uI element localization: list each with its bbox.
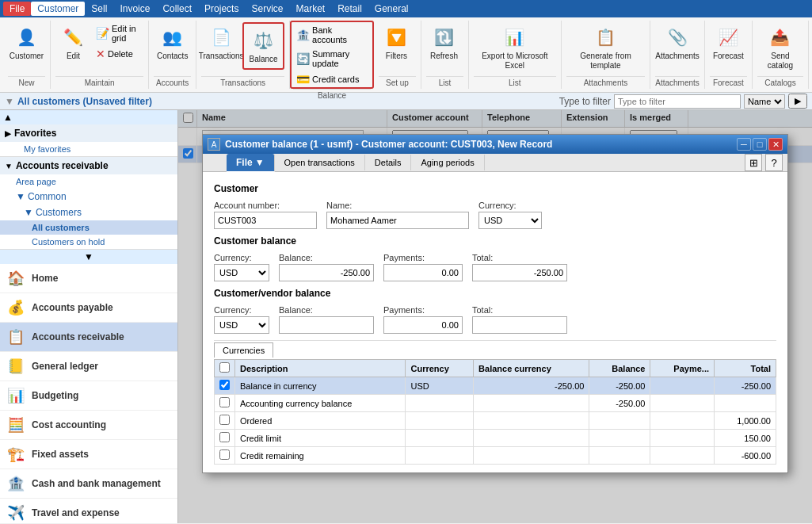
filter-input[interactable] <box>614 94 741 109</box>
sidebar-nav-travel-expense[interactable]: ✈️ Travel and expense <box>0 499 177 523</box>
modal-minimize-btn[interactable]: ─ <box>737 138 751 151</box>
ribbon-btn-contacts[interactable]: 👥 Contacts <box>154 22 191 63</box>
ribbon-btn-credit-cards[interactable]: 💳 Credit cards <box>293 71 371 87</box>
file-menu[interactable]: File <box>3 2 31 16</box>
row-balance-4 <box>589 447 650 465</box>
modal-tab-aging-periods[interactable]: Aging periods <box>411 155 484 170</box>
ribbon-btn-generate-template[interactable]: 📋 Generate from template <box>566 22 645 73</box>
modal-close-btn[interactable]: ✕ <box>768 138 783 151</box>
ribbon-btn-forecast[interactable]: 📈 Forecast <box>710 22 747 63</box>
ribbon-btn-send-catalog-label: Send catalog <box>761 52 800 71</box>
balance-payments-input[interactable] <box>383 264 463 281</box>
ribbon-btn-customer[interactable]: 👤 Customer <box>8 22 45 63</box>
vendor-currency-select[interactable]: USD <box>214 316 269 334</box>
ribbon-btn-attachments[interactable]: 📎 Attachments <box>655 22 700 63</box>
modal-grid-icon-btn[interactable]: ⊞ <box>745 154 762 171</box>
ribbon-btn-edit[interactable]: ✏️ Edit <box>55 22 91 63</box>
row-bal-currency-3 <box>474 430 589 447</box>
vendor-balance-label: Balance: <box>279 305 374 315</box>
row-checkbox-1[interactable] <box>219 397 230 407</box>
row-checkbox-0[interactable] <box>219 380 230 390</box>
filter-go-button[interactable]: ▶ <box>788 94 807 109</box>
currencies-row[interactable]: Ordered 1,000.00 <box>215 412 776 430</box>
currencies-row[interactable]: Credit limit 150.00 <box>215 430 776 447</box>
row-payments-2 <box>650 412 715 430</box>
menu-customer[interactable]: Customer <box>31 2 85 16</box>
modal-tab-file[interactable]: File ▼ <box>227 154 275 172</box>
row-balance-1: -250.00 <box>589 395 650 412</box>
currency-select[interactable]: USD <box>478 212 542 229</box>
ribbon-btn-filters-label: Filters <box>386 52 407 61</box>
ribbon-group-setup-label: Set up <box>379 76 416 87</box>
sidebar-nav-budgeting[interactable]: 📊 Budgeting <box>0 381 177 411</box>
ribbon-btn-summary-update[interactable]: 🔄 Summary update <box>293 48 371 70</box>
menu-collect[interactable]: Collect <box>156 2 198 16</box>
row-checkbox-3[interactable] <box>219 432 230 442</box>
modal-help-icon-btn[interactable]: ? <box>765 154 783 171</box>
filter-select[interactable]: Name <box>744 94 785 109</box>
row-checkbox-2[interactable] <box>219 415 230 425</box>
balance-total-input[interactable] <box>472 264 567 281</box>
sidebar-all-customers[interactable]: All customers <box>0 220 177 235</box>
menu-general[interactable]: General <box>368 2 415 16</box>
vendor-payments-field: Payments: <box>383 305 463 334</box>
sidebar-nav-general-ledger[interactable]: 📒 General ledger <box>0 352 177 381</box>
modal-maximize-btn[interactable]: □ <box>753 138 767 151</box>
balance-total-label: Total: <box>472 253 567 262</box>
ribbon-btn-edit-grid[interactable]: 📝 Edit in grid <box>93 22 143 44</box>
ribbon-btn-export-excel-label: Export to Microsoft Excel <box>477 52 553 71</box>
ribbon-btn-contacts-label: Contacts <box>157 52 188 61</box>
currencies-tab[interactable]: Currencies <box>214 342 273 358</box>
ribbon-btn-balance[interactable]: ⚖️ Balance <box>246 25 281 67</box>
menu-market[interactable]: Market <box>289 2 331 16</box>
menu-sell[interactable]: Sell <box>85 2 113 16</box>
ribbon-btn-filters[interactable]: 🔽 Filters <box>379 22 414 63</box>
currency-label: Currency: <box>478 201 542 210</box>
menu-service[interactable]: Service <box>245 2 289 16</box>
currencies-row[interactable]: Balance in currency USD -250.00 -250.00 … <box>215 377 776 395</box>
modal-tab-open-transactions[interactable]: Open transactions <box>275 155 365 170</box>
vendor-balance-input[interactable] <box>279 316 374 334</box>
row-desc-1: Accounting currency balance <box>235 395 406 412</box>
sidebar-customers-on-hold[interactable]: Customers on hold <box>0 235 177 249</box>
ribbon-btn-send-catalog[interactable]: 📤 Send catalog <box>757 22 803 73</box>
delete-icon: ✕ <box>96 48 105 60</box>
sidebar-nav-cash-bank[interactable]: 🏦 Cash and bank management <box>0 469 177 499</box>
menu-projects[interactable]: Projects <box>198 2 245 16</box>
vendor-payments-input[interactable] <box>383 316 463 334</box>
currencies-row[interactable]: Accounting currency balance -250.00 <box>215 395 776 412</box>
currencies-row[interactable]: Credit remaining -600.00 <box>215 447 776 465</box>
sidebar-area-page[interactable]: Area page <box>0 174 177 189</box>
sidebar-nav-fixed-assets[interactable]: 🏗️ Fixed assets <box>0 440 177 469</box>
sidebar-ar-header[interactable]: ▼ Accounts receivable <box>0 157 177 174</box>
sidebar-nav-accounts-payable[interactable]: 💰 Accounts payable <box>0 293 177 323</box>
ribbon-btn-refresh[interactable]: 🔃 Refresh <box>426 22 462 63</box>
sidebar-nav-home[interactable]: 🏠 Home <box>0 264 177 293</box>
menu-invoice[interactable]: Invoice <box>113 2 156 16</box>
ribbon-btn-transactions[interactable]: 📄 Transactions <box>201 22 241 63</box>
row-checkbox-4[interactable] <box>219 449 230 460</box>
sidebar-my-favorites[interactable]: My favorites <box>0 142 177 156</box>
row-payments-3 <box>650 430 715 447</box>
ribbon-btn-delete[interactable]: ✕ Delete <box>93 46 143 62</box>
edit-grid-icon: 📝 <box>96 27 109 40</box>
ribbon-group-refresh: 🔃 Refresh List <box>421 21 469 89</box>
modal-tab-details[interactable]: Details <box>365 155 412 170</box>
customer-name-input[interactable] <box>326 212 469 229</box>
balance-currency-select[interactable]: USD <box>214 264 269 281</box>
sidebar-scroll-up[interactable]: ▲ <box>3 112 13 123</box>
ribbon-btn-export-excel[interactable]: 📊 Export to Microsoft Excel <box>474 22 556 73</box>
vendor-total-input[interactable] <box>472 316 567 334</box>
account-number-input[interactable] <box>214 212 317 229</box>
sidebar-favorites-header[interactable]: ▶ Favorites <box>0 124 177 142</box>
ribbon-btn-bank-accounts[interactable]: 🏦 Bank accounts <box>293 24 371 46</box>
currencies-select-all[interactable] <box>219 362 230 373</box>
sidebar-scroll-down[interactable]: ▼ <box>84 251 93 262</box>
menu-retail[interactable]: Retail <box>331 2 368 16</box>
currencies-col-payments: Payme... <box>650 360 715 377</box>
sidebar-customers[interactable]: ▼ Customers <box>0 205 177 220</box>
sidebar-nav-cost-accounting[interactable]: 🧮 Cost accounting <box>0 411 177 440</box>
balance-balance-input[interactable] <box>279 264 374 281</box>
sidebar-nav-accounts-receivable[interactable]: 📋 Accounts receivable <box>0 323 177 352</box>
sidebar-common[interactable]: ▼ Common <box>0 189 177 205</box>
